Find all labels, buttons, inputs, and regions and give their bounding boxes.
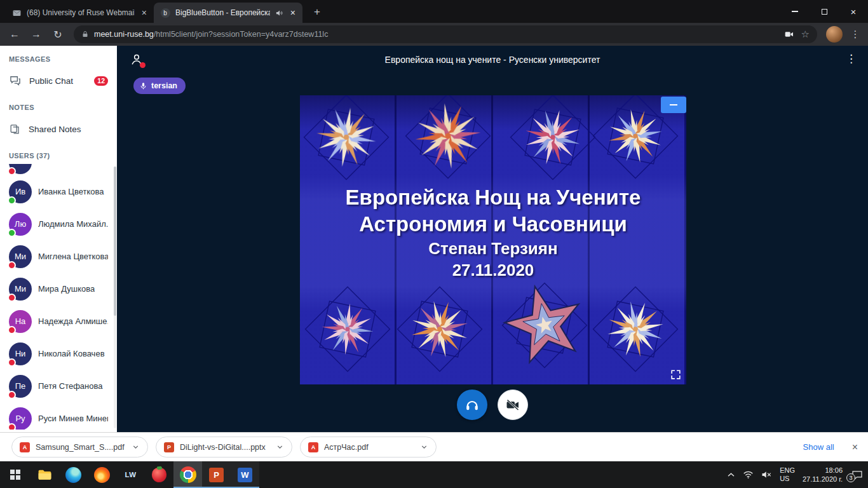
download-item[interactable]: A АстрЧас.pdf [300, 437, 437, 458]
tab-title: BigBlueButton - Европейска [175, 8, 270, 17]
user-name: Петя Стефанова [38, 381, 103, 391]
slide-title-line2: Астрономия и Часовници [300, 211, 686, 238]
start-button[interactable] [0, 461, 31, 488]
bookmark-star-icon[interactable]: ☆ [801, 29, 810, 40]
wifi-icon[interactable] [743, 470, 754, 479]
user-initials: На [15, 316, 26, 326]
user-row[interactable]: Ми Миглена Цветкова [0, 240, 117, 273]
tab-close-icon[interactable]: × [288, 8, 297, 18]
tab-webmail[interactable]: (68) University of Ruse Webmail × [5, 3, 154, 23]
browser-menu-icon[interactable]: ⋮ [848, 29, 863, 40]
berry-logo [152, 468, 166, 482]
minimize-icon [670, 104, 677, 105]
public-chat-item[interactable]: Public Chat 12 [0, 67, 117, 94]
webcam-button[interactable] [498, 390, 528, 420]
user-row[interactable]: Ру Руси Минев Минев [0, 402, 117, 430]
firefox-icon[interactable] [88, 461, 116, 488]
user-row[interactable]: Ив Иванка Цветкова [0, 175, 117, 208]
talking-user-name: tersian [151, 81, 177, 90]
show-all-button[interactable]: Show all [797, 442, 841, 452]
address-bar[interactable]: meet.uni-ruse.bg/html5client/join?sessio… [74, 25, 817, 43]
chevron-down-icon[interactable] [276, 443, 284, 451]
maximize-icon [822, 9, 827, 15]
windows-logo-icon [10, 470, 20, 480]
unread-messages-badge: 12 [94, 76, 108, 86]
tray-chevron-up-icon[interactable] [727, 472, 735, 478]
download-item[interactable]: P DiLight-vs-DiGital....pptx [156, 437, 292, 458]
powerpoint-icon[interactable]: P [202, 461, 231, 488]
user-avatar: Ни [9, 342, 32, 365]
forward-button[interactable]: → [27, 25, 46, 44]
librewolf-logo: LW [125, 471, 136, 478]
user-row[interactable]: Лю Людмила Михайл... [0, 208, 117, 240]
chrome-icon[interactable] [173, 461, 202, 488]
audio-button[interactable] [457, 390, 487, 420]
user-avatar: Пе [9, 375, 32, 398]
minimize-presentation-button[interactable] [661, 97, 686, 113]
scrollbar-thumb[interactable] [114, 166, 116, 316]
volume-muted-icon[interactable] [761, 470, 772, 479]
lock-icon [81, 30, 89, 38]
downloads-close-icon[interactable]: × [848, 442, 868, 453]
user-row[interactable]: Пе Петя Стефанова [0, 370, 117, 402]
manage-users-icon[interactable] [130, 53, 144, 67]
user-name: Людмила Михайл... [38, 219, 108, 229]
notes-header: NOTES [0, 94, 117, 116]
user-status-badge [8, 358, 16, 367]
folder-icon [37, 467, 53, 483]
microphone-icon [139, 82, 147, 90]
new-tab-button[interactable]: + [308, 3, 327, 22]
back-button[interactable]: ← [5, 25, 24, 44]
url-path: /html5client/join?sessionToken=y4varz7ds… [154, 30, 329, 39]
notification-dot [140, 62, 146, 68]
user-name: Николай Ковачев [38, 349, 105, 358]
librewolf-icon[interactable]: LW [116, 461, 145, 488]
user-row[interactable]: На Надежда Алмише... [0, 305, 117, 337]
chevron-down-icon[interactable] [132, 443, 140, 451]
tab-audio-icon[interactable] [275, 9, 283, 17]
user-status-badge [8, 423, 16, 430]
user-initials: Ми [15, 284, 26, 294]
window-maximize-button[interactable] [810, 0, 839, 23]
action-bar [117, 390, 868, 420]
talking-indicator[interactable]: tersian [133, 78, 186, 94]
action-center-icon[interactable]: 3 [851, 470, 863, 480]
chevron-down-icon[interactable] [420, 443, 428, 451]
shared-notes-label: Shared Notes [29, 125, 108, 134]
bbb-header: Европейска нощ на учените - Русенски уни… [117, 46, 868, 74]
chat-icon [9, 74, 22, 87]
edge-icon[interactable] [59, 461, 88, 488]
user-row[interactable]: Ми Мира Душкова [0, 273, 117, 305]
user-avatar: Ми [9, 245, 32, 268]
shared-notes-item[interactable]: Shared Notes [0, 116, 117, 142]
browser-profile-avatar[interactable] [826, 26, 843, 43]
file-explorer-icon[interactable] [31, 461, 59, 488]
user-row[interactable]: Ни Николай Ковачев [0, 337, 117, 370]
tab-close-icon[interactable]: × [140, 8, 149, 18]
taskbar-clock[interactable]: 18:06 27.11.2020 г. [803, 466, 843, 484]
user-status-badge [8, 326, 16, 334]
camera-in-use-icon[interactable] [784, 29, 794, 39]
slide-date: 27.11.2020 [300, 259, 686, 281]
user-status-badge [8, 294, 16, 302]
red-app-icon[interactable] [145, 461, 173, 488]
bbb-main-area: Европейска нощ на учените - Русенски уни… [117, 46, 868, 432]
minimize-icon [792, 11, 798, 12]
user-status-badge [8, 167, 16, 175]
fullscreen-icon[interactable] [670, 369, 682, 381]
refresh-button[interactable]: ↻ [48, 25, 67, 44]
slide-author: Степан Терзиян [300, 238, 686, 259]
window-minimize-button[interactable] [780, 0, 810, 23]
screen: (68) University of Ruse Webmail × b BigB… [0, 0, 868, 488]
word-icon[interactable]: W [231, 461, 259, 488]
user-row-partial[interactable] [0, 164, 117, 175]
options-menu-icon[interactable]: ⋮ [846, 52, 857, 65]
language-indicator[interactable]: ENG US [780, 466, 795, 483]
download-item[interactable]: A Samsung_Smart_S....pdf [11, 437, 148, 458]
user-initials: Лю [15, 219, 26, 229]
ppt-file-icon: P [164, 442, 174, 452]
users-scrollbar[interactable] [114, 166, 116, 428]
window-close-button[interactable]: × [839, 0, 868, 23]
user-avatar: Ми [9, 278, 32, 301]
tab-bigbluebutton[interactable]: b BigBlueButton - Европейска × [154, 3, 302, 23]
